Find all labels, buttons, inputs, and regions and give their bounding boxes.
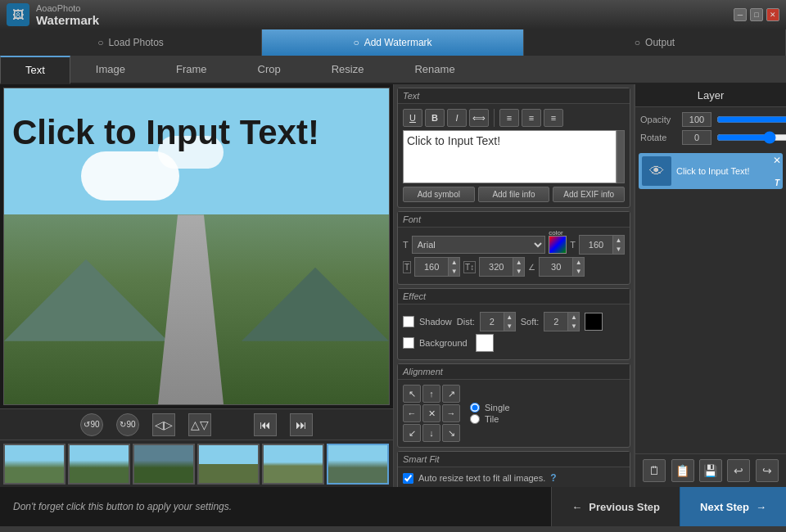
thumbnail-1[interactable] bbox=[3, 444, 66, 485]
layer-redo-button[interactable]: ↪ bbox=[756, 459, 779, 482]
opacity-slider[interactable] bbox=[716, 114, 786, 125]
thumbnail-3[interactable] bbox=[133, 444, 195, 485]
layer-save-button[interactable]: 💾 bbox=[699, 459, 722, 482]
step-output[interactable]: ○ Output bbox=[524, 29, 786, 56]
align-center-button[interactable]: ≡ bbox=[522, 109, 541, 127]
add-exif-info-button[interactable]: Add EXIF info bbox=[553, 187, 625, 202]
step-watermark[interactable]: ○ Add Watermark bbox=[262, 29, 524, 56]
rotate-ccw-90-button[interactable]: ↺90 bbox=[80, 413, 103, 436]
font-width-down[interactable]: ▼ bbox=[448, 267, 459, 276]
layer-copy-button[interactable]: 📋 bbox=[671, 459, 694, 482]
dist-up[interactable]: ▲ bbox=[504, 313, 515, 322]
single-radio[interactable] bbox=[470, 403, 480, 413]
rotate-value[interactable] bbox=[682, 130, 711, 145]
flip-v-button[interactable]: △▽ bbox=[188, 413, 211, 436]
background-color-swatch[interactable] bbox=[476, 334, 494, 352]
soft-field[interactable] bbox=[544, 313, 567, 331]
tab-frame[interactable]: Frame bbox=[151, 56, 233, 83]
flip-h-button[interactable]: ◁▷ bbox=[152, 413, 175, 436]
align-right-button[interactable]: ≡ bbox=[544, 109, 563, 127]
tile-radio[interactable] bbox=[470, 414, 480, 424]
shadow-color-swatch[interactable] bbox=[585, 313, 603, 331]
thumbnail-5[interactable] bbox=[262, 444, 324, 485]
font-family-select[interactable]: Arial Times New Roman Courier New bbox=[412, 236, 546, 254]
align-bl[interactable]: ↙ bbox=[403, 424, 421, 442]
align-mr[interactable]: → bbox=[442, 404, 460, 422]
font-width-field[interactable] bbox=[415, 258, 448, 276]
strikethrough-button[interactable]: ⟺ bbox=[469, 109, 489, 127]
align-tl[interactable]: ↖ bbox=[403, 385, 421, 403]
text-toolbar: U B I ⟺ ≡ ≡ ≡ bbox=[403, 109, 625, 127]
width-icon: T bbox=[403, 261, 411, 273]
soft-up[interactable]: ▲ bbox=[567, 313, 579, 322]
app-branding: 🖼 AoaoPhoto Watermark bbox=[7, 3, 99, 27]
auto-resize-checkbox[interactable] bbox=[403, 473, 413, 484]
align-left-button[interactable]: ≡ bbox=[499, 109, 519, 127]
layer-undo-button[interactable]: ↩ bbox=[727, 459, 750, 482]
step-load[interactable]: ○ Load Photos bbox=[0, 29, 262, 56]
align-tr[interactable]: ↗ bbox=[442, 385, 460, 403]
font-angle-down[interactable]: ▼ bbox=[572, 267, 584, 276]
align-tc[interactable]: ↑ bbox=[422, 385, 440, 403]
font-width-up[interactable]: ▲ bbox=[448, 258, 459, 267]
align-br[interactable]: ↘ bbox=[442, 424, 460, 442]
step-watermark-label: Add Watermark bbox=[364, 37, 432, 48]
opacity-value[interactable] bbox=[682, 112, 711, 127]
close-button[interactable]: ✕ bbox=[766, 8, 779, 21]
align-ml[interactable]: ← bbox=[403, 404, 421, 422]
next-arrow-icon: → bbox=[756, 501, 766, 513]
add-file-info-button[interactable]: Add file info bbox=[478, 187, 550, 202]
next-step-button[interactable]: Next Step → bbox=[680, 487, 786, 526]
tab-crop[interactable]: Crop bbox=[233, 56, 306, 83]
controls-bar: ↺90 ↻90 ◁▷ △▽ ⏮ ⏭ bbox=[0, 408, 393, 440]
font-t-icon: T bbox=[403, 240, 409, 250]
tile-label: Tile bbox=[485, 414, 499, 424]
tab-rename[interactable]: Rename bbox=[389, 56, 480, 83]
font-angle-up[interactable]: ▲ bbox=[572, 258, 584, 267]
soft-down[interactable]: ▼ bbox=[567, 322, 579, 331]
smart-fit-help[interactable]: ? bbox=[550, 472, 556, 484]
next-image-button[interactable]: ⏭ bbox=[290, 413, 313, 436]
align-bc[interactable]: ↓ bbox=[422, 424, 440, 442]
main-area: Click to Input Text! ↺90 ↻90 ◁▷ △▽ ⏮ ⏭ bbox=[0, 84, 786, 487]
color-swatch[interactable] bbox=[549, 236, 567, 254]
text-input[interactable] bbox=[403, 130, 617, 183]
background-checkbox[interactable] bbox=[403, 337, 414, 349]
thumbnail-2[interactable] bbox=[68, 444, 130, 485]
font-height-down[interactable]: ▼ bbox=[513, 267, 524, 276]
canvas-viewport[interactable]: Click to Input Text! bbox=[3, 88, 390, 405]
align-mc[interactable]: ✕ bbox=[422, 404, 440, 422]
rotate-cw-90-button[interactable]: ↻90 bbox=[116, 413, 139, 436]
add-symbol-button[interactable]: Add symbol bbox=[403, 187, 475, 202]
layer-item[interactable]: 👁 Click to Input Text! ✕ T bbox=[639, 153, 783, 189]
dist-field[interactable] bbox=[481, 313, 504, 331]
app-icon: 🖼 bbox=[7, 3, 29, 26]
rotate-label: Rotate bbox=[640, 133, 677, 142]
font-height-field[interactable] bbox=[480, 258, 513, 276]
prev-step-button[interactable]: ← Previous Step bbox=[551, 487, 680, 526]
minimize-button[interactable]: ─ bbox=[734, 8, 747, 21]
rotate-slider[interactable] bbox=[716, 132, 786, 143]
text-scrollbar[interactable] bbox=[617, 130, 625, 183]
italic-button[interactable]: I bbox=[447, 109, 467, 127]
canvas-image bbox=[4, 88, 389, 404]
prev-arrow-icon: ← bbox=[571, 501, 582, 513]
dist-down[interactable]: ▼ bbox=[504, 322, 515, 331]
layer-close-button[interactable]: ✕ bbox=[773, 155, 781, 166]
tab-text[interactable]: Text bbox=[0, 56, 70, 84]
font-size-down[interactable]: ▼ bbox=[612, 245, 624, 254]
maximize-button[interactable]: □ bbox=[750, 8, 763, 21]
font-size-up[interactable]: ▲ bbox=[612, 236, 624, 245]
shadow-checkbox[interactable] bbox=[403, 316, 414, 327]
tab-resize[interactable]: Resize bbox=[306, 56, 390, 83]
thumbnail-6[interactable] bbox=[327, 444, 389, 485]
tab-image[interactable]: Image bbox=[70, 56, 151, 83]
bold-button[interactable]: B bbox=[425, 109, 445, 127]
layer-new-button[interactable]: 🗒 bbox=[643, 459, 666, 482]
underline-button[interactable]: U bbox=[403, 109, 422, 127]
font-height-up[interactable]: ▲ bbox=[513, 258, 524, 267]
prev-image-button[interactable]: ⏮ bbox=[254, 413, 277, 436]
font-angle-field[interactable] bbox=[540, 258, 572, 276]
font-size-field[interactable] bbox=[580, 236, 612, 254]
thumbnail-4[interactable] bbox=[197, 444, 260, 485]
